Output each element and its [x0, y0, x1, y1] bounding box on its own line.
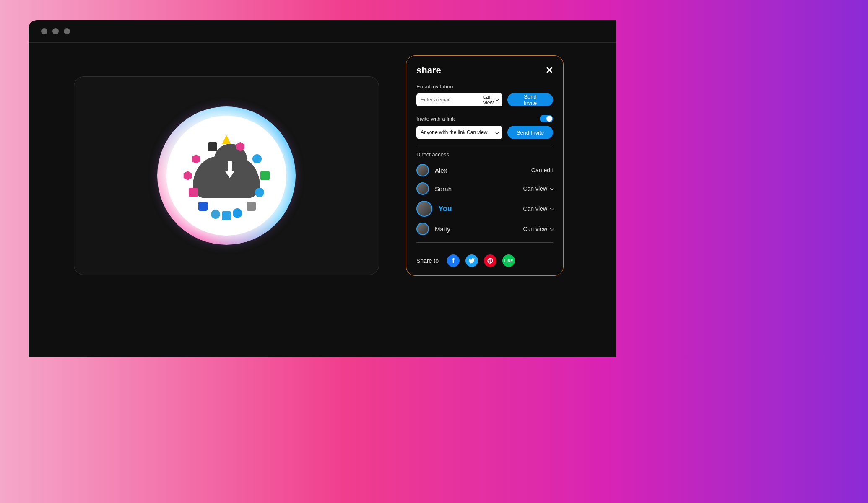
link-invite-toggle[interactable]: [540, 115, 553, 122]
line-icon[interactable]: LINE: [502, 254, 515, 267]
pinterest-icon[interactable]: [484, 254, 496, 267]
access-user-row: You Can view: [416, 198, 553, 220]
access-user-row: Matty Can view: [416, 220, 553, 238]
window-control-max[interactable]: [64, 28, 70, 34]
direct-access-label: Direct access: [416, 151, 553, 158]
email-input[interactable]: [421, 97, 483, 103]
window-title-bar: [29, 20, 616, 43]
email-invitation-label: Email invitation: [416, 83, 553, 90]
badge-icon: [198, 202, 208, 211]
facebook-icon[interactable]: f: [447, 254, 460, 267]
lock-icon: [208, 142, 217, 151]
share-dialog: share ✕ Email invitation can view Send I…: [406, 55, 564, 276]
cloud-hex-icon: [183, 171, 192, 180]
avatar: [416, 182, 429, 195]
content-area: share ✕ Email invitation can view Send I…: [29, 43, 616, 357]
access-user-permission-select[interactable]: Can view: [523, 185, 553, 192]
server-icon: [189, 188, 198, 197]
cloud-icon: [193, 156, 260, 198]
warning-icon: [222, 135, 231, 144]
cloud-small-icon: [233, 208, 242, 218]
avatar: [416, 164, 429, 176]
globe-icon: [211, 210, 220, 219]
chevron-down-icon: [550, 186, 554, 190]
invite-link-label: Invite with a link: [416, 116, 455, 122]
browser-window: share ✕ Email invitation can view Send I…: [29, 20, 616, 357]
share-to-label: Share to: [416, 257, 439, 264]
chevron-down-icon: [550, 206, 554, 210]
send-link-invite-button[interactable]: Send Invite: [507, 126, 553, 139]
link-permission-select[interactable]: Anyone with the link Can view: [416, 126, 502, 139]
access-user-name: Matty: [435, 226, 517, 233]
avatar: [416, 223, 429, 235]
send-email-invite-button[interactable]: Send Invite: [507, 93, 553, 106]
shield-green-icon: [260, 171, 270, 180]
email-permission-select[interactable]: can view: [483, 94, 498, 106]
sync-icon: [252, 154, 262, 163]
twitter-icon[interactable]: [465, 254, 478, 267]
access-user-name-current: You: [438, 205, 517, 213]
window-control-min[interactable]: [52, 28, 59, 34]
access-user-row: Sarah Can view: [416, 179, 553, 198]
divider: [416, 145, 553, 145]
access-user-permission: Can edit: [531, 167, 553, 174]
chevron-down-icon: [495, 130, 499, 134]
link-permission-value: Anyone with the link Can view: [421, 130, 487, 135]
close-icon[interactable]: ✕: [546, 65, 553, 76]
chevron-down-icon: [550, 226, 554, 231]
avatar: [416, 201, 432, 217]
email-permission-value: can view: [483, 94, 495, 106]
email-input-group: can view: [416, 93, 502, 106]
padlock-small-icon: [247, 202, 256, 211]
access-user-name: Sarah: [435, 185, 517, 192]
window-control-close[interactable]: [41, 28, 47, 34]
mail-icon: [255, 188, 264, 197]
share-dialog-title: share: [416, 65, 441, 76]
access-user-name: Alex: [435, 167, 525, 174]
access-user-permission-select[interactable]: Can view: [523, 226, 553, 232]
download-arrow-icon: [225, 171, 235, 178]
monitor-icon: [222, 211, 231, 220]
chevron-down-icon: [496, 97, 499, 101]
cloud-security-illustration: [157, 106, 296, 245]
share-to-section: Share to f LINE: [416, 249, 553, 267]
divider: [416, 242, 553, 243]
access-user-permission-select[interactable]: Can view: [523, 205, 553, 212]
key-hex-icon: [191, 154, 200, 163]
access-user-row: Alex Can edit: [416, 161, 553, 179]
main-preview-card: [74, 76, 379, 275]
